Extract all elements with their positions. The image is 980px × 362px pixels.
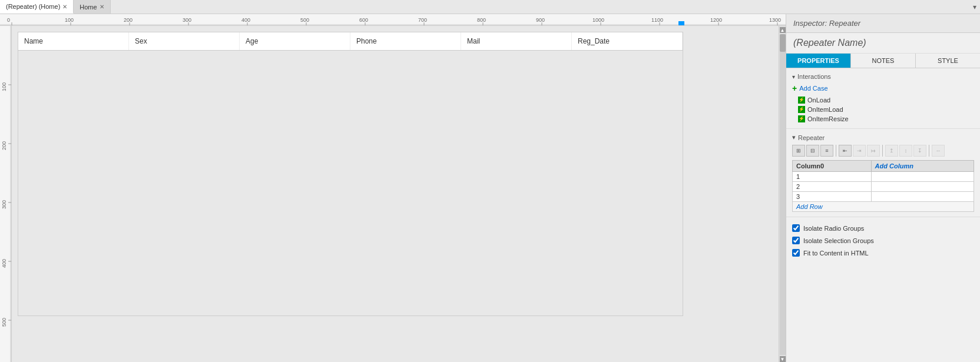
scroll-up-btn[interactable]: ▲ [780,27,786,33]
tab-properties-label: PROPERTIES [797,57,839,64]
svg-text:200: 200 [124,17,133,23]
table-cell-3b [871,192,974,202]
checkbox-fit-content: Fit to Content in HTML [792,247,974,259]
toolbar-spacer[interactable]: ↔ [932,145,945,157]
tab-repeater-home[interactable]: (Repeater) (Home) ✕ [0,0,74,14]
toolbar-grid-2[interactable]: ⊟ [806,145,819,157]
repeater-name-heading: (Repeater Name) [786,33,980,54]
tab-properties[interactable]: PROPERTIES [786,54,851,68]
svg-text:1200: 1200 [710,17,722,23]
repeater-toolbar: ⊞ ⊟ ≡ ⇤ ⇥ ↦ ↥ ↕ ↧ ↔ [792,145,974,157]
toolbar-grid-3[interactable]: ≡ [820,145,833,157]
table-cell-3[interactable]: 3 [793,192,872,202]
svg-text:100: 100 [1,82,7,91]
main-layout: 0 100 200 300 400 500 600 700 800 900 [0,14,980,362]
add-case-label: Add Case [799,85,827,92]
svg-text:800: 800 [477,17,486,23]
repeater-data-section: ▾ Repeater ⊞ ⊟ ≡ ⇤ ⇥ ↦ ↥ ↕ ↧ ↔ [786,129,980,217]
column-regdate: Reg_Date [572,32,683,50]
canvas-scroll[interactable]: Name Sex Age Phone Mail Reg_Date [12,26,779,362]
toolbar-align-left[interactable]: ⇤ [839,145,852,157]
table-row: 3 [793,192,974,202]
ruler-left-svg: 100 200 300 400 500 [0,26,12,362]
svg-text:900: 900 [536,17,545,23]
checkbox-isolate-selection-label: Isolate Selection Groups [803,237,874,244]
event-onitemresize-icon: ⚡ [798,115,805,122]
scroll-thumb[interactable] [780,34,786,52]
inspector-title: Inspector: Repeater [786,14,980,33]
event-onitemresize-label: OnItemResize [807,115,849,122]
table-cell-2[interactable]: 2 [793,182,872,192]
column-age: Age [240,32,350,50]
svg-text:1000: 1000 [592,17,604,23]
event-onitemload-label: OnItemLoad [807,106,843,113]
svg-text:300: 300 [183,17,191,23]
checkbox-isolate-radio-input[interactable] [792,224,800,232]
toolbar-divider-2 [882,145,883,157]
toolbar-grid-1[interactable]: ⊞ [792,145,805,157]
add-row-row: Add Row [793,202,974,212]
svg-text:1300: 1300 [769,17,781,23]
tab-style[interactable]: STYLE [916,54,980,68]
table-add-col[interactable]: Add Column [871,161,974,172]
repeater-widget: Name Sex Age Phone Mail Reg_Date [18,32,683,316]
tab-home[interactable]: Home ✕ [74,0,110,14]
svg-text:700: 700 [418,17,427,23]
checkbox-isolate-selection: Isolate Selection Groups [792,234,974,247]
repeater-section-label: Repeater [798,134,825,141]
add-row-cell[interactable]: Add Row [793,202,974,212]
event-onitemresize[interactable]: ⚡ OnItemResize [792,114,974,124]
inspector-tabs: PROPERTIES NOTES STYLE [786,54,980,68]
event-onitemload[interactable]: ⚡ OnItemLoad [792,105,974,114]
table-row: 2 [793,182,974,192]
data-table: Column0 Add Column 1 2 [792,160,974,212]
svg-text:400: 400 [241,17,250,23]
checkbox-isolate-selection-input[interactable] [792,237,800,244]
toolbar-align-top[interactable]: ↥ [885,145,898,157]
tab-home-close-icon[interactable]: ✕ [100,4,104,10]
canvas-scrollbar[interactable]: ▲ ▼ [779,26,786,362]
repeater-name-text: (Repeater Name) [793,38,866,48]
svg-rect-27 [678,21,684,26]
toolbar-align-center-v[interactable]: ⇥ [853,145,866,157]
tab-notes[interactable]: NOTES [851,54,916,68]
column-name: Name [18,32,129,50]
svg-text:500: 500 [300,17,309,23]
add-column-label: Add Column [875,162,913,170]
table-col-0[interactable]: Column0 [793,161,872,172]
svg-text:500: 500 [1,318,7,327]
svg-text:200: 200 [1,141,7,150]
toolbar-align-right[interactable]: ↦ [867,145,880,157]
tab-style-label: STYLE [938,57,958,64]
checkboxes-section: Isolate Radio Groups Isolate Selection G… [786,217,980,264]
toolbar-align-bottom[interactable]: ↧ [913,145,926,157]
tab-dropdown-icon[interactable]: ▾ [969,3,980,11]
canvas-area: 0 100 200 300 400 500 600 700 800 900 [0,14,786,362]
checkbox-fit-content-label: Fit to Content in HTML [803,250,869,257]
svg-text:600: 600 [359,17,368,23]
event-onload-label: OnLoad [807,97,830,104]
svg-text:400: 400 [1,259,7,268]
toolbar-divider-3 [929,145,929,157]
checkbox-isolate-radio: Isolate Radio Groups [792,222,974,234]
add-case-link[interactable]: + Add Case [792,84,974,93]
scroll-down-btn[interactable]: ▼ [780,356,786,362]
event-onload[interactable]: ⚡ OnLoad [792,95,974,105]
table-cell-1[interactable]: 1 [793,172,872,182]
table-cell-2b [871,182,974,192]
canvas-with-ruler: 100 200 300 400 500 [0,26,786,362]
table-cell-1b [871,172,974,182]
ruler-top-svg: 0 100 200 300 400 500 600 700 800 900 [0,14,786,26]
toolbar-align-center-h[interactable]: ↕ [899,145,912,157]
tab-bar: (Repeater) (Home) ✕ Home ✕ ▾ [0,0,980,14]
checkbox-fit-content-input[interactable] [792,249,800,257]
column-phone: Phone [350,32,461,50]
tab-repeater-close-icon[interactable]: ✕ [62,4,67,10]
interactions-header[interactable]: ▾ Interactions [792,73,974,80]
canvas-content: Name Sex Age Phone Mail Reg_Date [12,26,779,362]
ruler-top: 0 100 200 300 400 500 600 700 800 900 [0,14,786,26]
event-onitemload-icon: ⚡ [798,106,805,113]
column-mail: Mail [461,32,572,50]
svg-text:1100: 1100 [651,17,663,23]
svg-text:300: 300 [1,200,7,209]
